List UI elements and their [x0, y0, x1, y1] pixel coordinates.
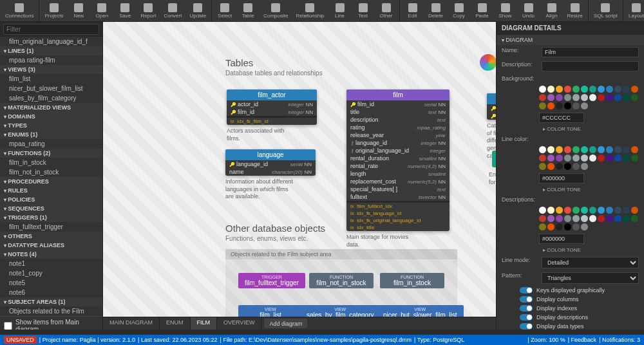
color-swatch[interactable]	[547, 146, 554, 153]
table-column[interactable]: namecharacter(20) NN	[225, 168, 316, 176]
color-swatch[interactable]	[589, 154, 596, 162]
tool-convert[interactable]: Convert	[160, 0, 185, 21]
object-sales_by_film_category[interactable]: VIEWsales_by_film_category	[300, 305, 381, 317]
color-swatch[interactable]	[606, 215, 613, 222]
color-swatch[interactable]	[589, 146, 596, 153]
color-swatch[interactable]	[556, 163, 563, 170]
color-swatch[interactable]	[623, 207, 630, 214]
tree-section-policies[interactable]: POLICIES	[0, 195, 102, 204]
color-swatch[interactable]	[589, 215, 596, 222]
color-swatch[interactable]	[614, 86, 621, 93]
color-swatch[interactable]	[539, 207, 546, 214]
toggle-switch[interactable]	[520, 323, 533, 330]
tree-item-film-not-in-stock[interactable]: film_not_in_stock	[0, 167, 102, 177]
table-column[interactable]: special_features[ ]text	[346, 185, 450, 193]
object-film_list[interactable]: VIEWfilm_list	[238, 305, 303, 317]
color-swatch[interactable]	[573, 215, 580, 222]
color-swatch[interactable]	[564, 102, 571, 109]
tree-item-objects-related-to-the-film[interactable]: Objects related to the Film	[0, 306, 102, 316]
color-swatch[interactable]	[547, 94, 554, 101]
tree-section-enums-1-[interactable]: ENUMS (1)	[0, 130, 102, 139]
tree-section-types[interactable]: TYPES	[0, 121, 102, 130]
table-column[interactable]: release_yearyear	[346, 131, 450, 139]
tree-section-views-3-[interactable]: VIEWS (3)	[0, 65, 102, 74]
color-tone-line[interactable]: COLOR TONE	[497, 185, 644, 194]
tool-paste[interactable]: Paste	[471, 0, 494, 21]
table-column[interactable]: language_idinteger NN	[346, 139, 450, 147]
tab-overview[interactable]: OVERVIEW	[217, 317, 261, 330]
filter-input[interactable]	[3, 24, 99, 35]
table-column[interactable]: actor_idinteger NN	[227, 100, 317, 108]
color-swatch[interactable]	[539, 86, 546, 93]
table-header[interactable]: film	[346, 89, 450, 100]
tree-section-procedures[interactable]: PROCEDURES	[0, 177, 102, 186]
color-swatch[interactable]	[631, 146, 638, 153]
color-swatch[interactable]	[598, 207, 605, 214]
table-column[interactable]: language_idserial NN	[225, 160, 316, 168]
tree-item-film-in-stock[interactable]: film_in_stock	[0, 158, 102, 167]
tool-connections[interactable]: Connections	[1, 0, 37, 21]
tool-text[interactable]: Text	[352, 0, 375, 21]
color-tone-bg[interactable]: COLOR TONE	[497, 124, 644, 134]
table-film_category[interactable]: film_categoryfilm_idinteger NNcategory_i…	[487, 93, 496, 120]
tree-item-nicer-but-slower-film-list[interactable]: nicer_but_slower_film_list	[0, 84, 102, 93]
tool-open[interactable]: Open	[90, 0, 113, 21]
status-right-segment[interactable]: | Notifications: 3	[599, 337, 640, 343]
table-index[interactable]: ix idx_title	[346, 224, 450, 231]
color-swatch[interactable]	[564, 163, 571, 170]
tab-enum[interactable]: ENUM	[160, 317, 191, 330]
color-swatch[interactable]	[547, 163, 554, 170]
table-index[interactable]: ix idx_fk_film_id	[227, 118, 317, 125]
color-swatch[interactable]	[598, 94, 605, 101]
tree-section-triggers-1-[interactable]: TRIGGERS (1)	[0, 213, 102, 222]
tree-section-others[interactable]: OTHERS	[0, 232, 102, 241]
color-swatch[interactable]	[623, 146, 630, 153]
tree-section-domains[interactable]: DOMAINS	[0, 112, 102, 121]
color-swatch[interactable]	[539, 146, 546, 153]
color-swatch[interactable]	[564, 207, 571, 214]
tool-line[interactable]: Line	[328, 0, 352, 21]
color-swatch[interactable]	[547, 86, 554, 93]
tree-section-subject-areas-1-[interactable]: SUBJECT AREAS (1)	[0, 297, 102, 306]
tree-item-mpaa-rating[interactable]: mpaa_rating	[0, 139, 102, 149]
color-swatch[interactable]	[631, 215, 638, 222]
tree-item-note1[interactable]: note1	[0, 259, 102, 268]
show-items-checkbox-row[interactable]: Show items from Main diagram	[0, 316, 102, 330]
color-swatch[interactable]	[581, 94, 588, 101]
color-tone-desc[interactable]: COLOR TONE	[497, 245, 644, 255]
color-swatch[interactable]	[581, 146, 588, 153]
table-column[interactable]: film_idserial NN	[346, 100, 450, 108]
tree-section-sequences[interactable]: SEQUENCES	[0, 204, 102, 213]
tree-section-functions-2-[interactable]: FUNCTIONS (2)	[0, 149, 102, 158]
table-column[interactable]: film_idinteger NN	[227, 108, 317, 116]
color-swatch[interactable]	[614, 207, 621, 214]
tree-item-sales-by-film-category[interactable]: sales_by_film_category	[0, 93, 102, 103]
color-swatch[interactable]	[631, 94, 638, 101]
color-swatch[interactable]	[606, 86, 613, 93]
tool-align[interactable]: Align	[540, 0, 564, 21]
color-swatch[interactable]	[581, 86, 588, 93]
color-swatch[interactable]	[573, 94, 580, 101]
color-swatch[interactable]	[547, 223, 554, 230]
color-swatch[interactable]	[556, 154, 563, 162]
color-swatch[interactable]	[573, 102, 580, 109]
color-swatch[interactable]	[564, 146, 571, 153]
color-swatch[interactable]	[589, 86, 596, 93]
tree-section-notes-4-[interactable]: NOTES (4)	[0, 250, 102, 259]
name-input[interactable]	[542, 47, 639, 57]
color-swatch[interactable]	[564, 215, 571, 222]
tree-item-note1-copy[interactable]: note1_copy	[0, 268, 102, 278]
color-swatch[interactable]	[556, 86, 563, 93]
tool-new[interactable]: New	[67, 0, 90, 21]
object-film_fulltext_trigger[interactable]: TRIGGERfilm_fulltext_trigger	[238, 273, 305, 288]
table-language[interactable]: languagelanguage_idserial NNnamecharacte…	[225, 149, 316, 176]
table-column[interactable]: replacement_costnumeric(5,2) NN	[346, 178, 450, 185]
color-swatch[interactable]	[573, 86, 580, 93]
tree-item-film-original-language-id-f[interactable]: film_original_language_id_f	[0, 37, 102, 46]
tool-select[interactable]: Select	[213, 0, 236, 21]
color-swatch[interactable]	[606, 154, 613, 162]
tool-update[interactable]: Update	[185, 0, 210, 21]
color-swatch[interactable]	[581, 154, 588, 162]
tree-item-note6[interactable]: note6	[0, 288, 102, 297]
color-swatch[interactable]	[598, 86, 605, 93]
